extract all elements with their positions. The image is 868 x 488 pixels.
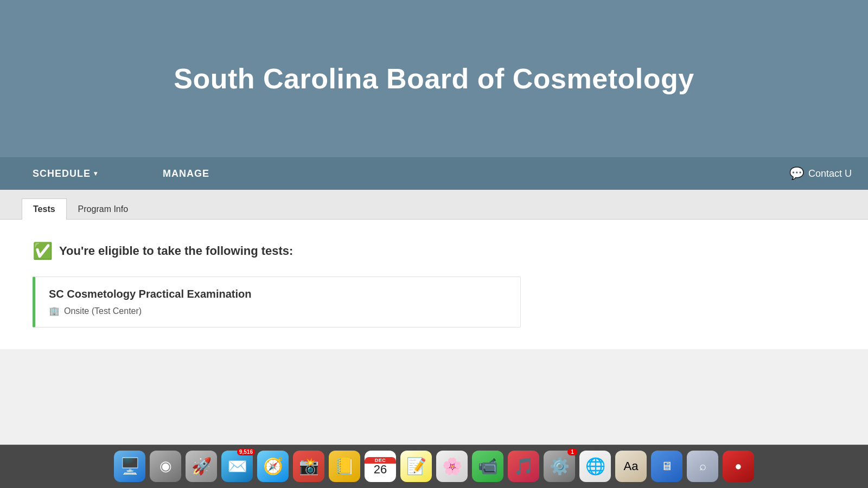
dock-item-keynote[interactable]: 🖥 [651,451,682,482]
page-title: South Carolina Board of Cosmetology [174,62,694,95]
dock-item-finder[interactable]: 🖥️ [114,451,145,482]
schedule-label: SCHEDULE [33,168,91,179]
notes-icon: 📝 [406,457,426,476]
chrome-icon: 🌐 [585,457,605,476]
manage-nav-item[interactable]: MANAGE [163,168,209,179]
calendar-day-label: 26 [374,464,387,476]
chevron-down-icon: ▾ [94,170,98,177]
dock-item-launchpad[interactable]: 🚀 [186,451,217,482]
tab-program-info[interactable]: Program Info [67,198,139,220]
main-content: ✅ You're eligible to take the following … [0,220,868,349]
chat-icon: 💬 [789,166,804,181]
tabs-bar: Tests Program Info [0,190,868,220]
dock-item-calendar[interactable]: DEC 26 [365,451,396,482]
app18-icon: ● [735,459,742,473]
eligibility-message: You're eligible to take the following te… [59,244,293,258]
building-icon: 🏢 [49,306,60,316]
dock-item-notes[interactable]: 📝 [400,451,432,482]
photos-icon: 🌸 [442,457,462,476]
eligibility-banner: ✅ You're eligible to take the following … [33,241,835,260]
schedule-nav-item[interactable]: SCHEDULE ▾ [33,168,98,179]
calendar-inner: DEC 26 [365,451,396,482]
notefile-icon: 📒 [335,457,355,476]
system-preferences-icon: ⚙️ [550,457,570,476]
quicksilver-icon: ⌕ [699,459,706,473]
location-text: Onsite (Test Center) [64,306,142,316]
facetime-icon: 📹 [478,457,498,476]
safari-icon: 🧭 [263,457,283,476]
content-area: Tests Program Info ✅ You're eligible to … [0,190,868,445]
launchpad-icon: 🚀 [192,457,212,476]
contact-us-button[interactable]: 💬 Contact U [773,157,868,190]
dock-item-quicksilver[interactable]: ⌕ [687,451,718,482]
dock-item-dictionary[interactable]: Aa [615,451,647,482]
dock-item-safari[interactable]: 🧭 [257,451,289,482]
dock-item-music[interactable]: 🎵 [508,451,539,482]
test-card[interactable]: SC Cosmetology Practical Examination 🏢 O… [33,277,521,328]
finder-icon: 🖥️ [120,457,140,476]
photo-booth-icon: 📸 [299,457,319,476]
mail-icon: ✉️ [227,457,247,476]
manage-label: MANAGE [163,168,209,179]
contact-label: Contact U [808,168,852,179]
page-header: South Carolina Board of Cosmetology [0,0,868,157]
tab-tests[interactable]: Tests [22,198,67,220]
test-card-title: SC Cosmetology Practical Examination [49,288,507,300]
dock-item-chrome[interactable]: 🌐 [579,451,611,482]
mail-badge: 9,516 [237,448,255,455]
dock-item-siri[interactable]: ◉ [150,451,181,482]
check-circle-icon: ✅ [33,241,53,260]
dock: 🖥️ ◉ 🚀 ✉️ 9,516 🧭 📸 📒 DEC 26 📝 🌸 📹 🎵 ⚙️ … [0,445,868,488]
siri-icon: ◉ [159,458,172,474]
dock-item-notefile[interactable]: 📒 [329,451,360,482]
music-icon: 🎵 [514,457,534,476]
dock-item-photos[interactable]: 🌸 [436,451,468,482]
dock-item-app18[interactable]: ● [723,451,754,482]
dictionary-icon: Aa [624,459,639,473]
system-preferences-badge: 1 [567,448,577,455]
dock-item-photo-booth[interactable]: 📸 [293,451,324,482]
dock-item-mail[interactable]: ✉️ 9,516 [221,451,253,482]
navigation-bar: SCHEDULE ▾ MANAGE 💬 Contact U [0,157,868,190]
keynote-icon: 🖥 [661,459,673,473]
dock-item-system-preferences[interactable]: ⚙️ 1 [544,451,575,482]
dock-item-facetime[interactable]: 📹 [472,451,503,482]
test-card-location: 🏢 Onsite (Test Center) [49,306,507,316]
